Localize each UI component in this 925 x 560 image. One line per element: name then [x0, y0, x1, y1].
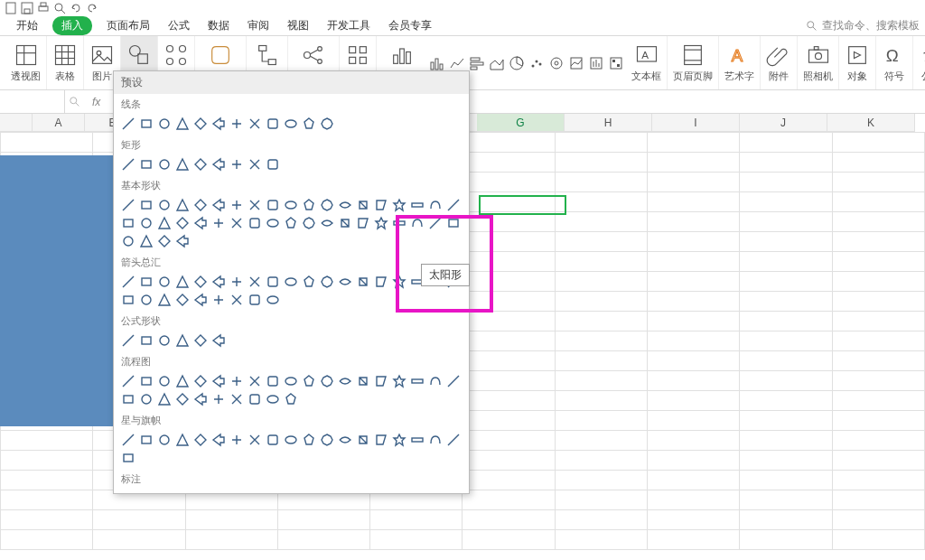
shape-item[interactable]	[372, 196, 390, 214]
shape-item[interactable]	[264, 431, 282, 449]
search-box[interactable]: 查找命令、搜索模板	[806, 18, 920, 33]
ribbon-camera[interactable]: 照相机	[798, 36, 839, 89]
shape-item[interactable]	[155, 196, 173, 214]
shape-item[interactable]	[426, 196, 444, 214]
shape-item[interactable]	[300, 431, 318, 449]
shape-item[interactable]	[137, 196, 155, 214]
shape-item[interactable]	[228, 372, 246, 390]
shape-item[interactable]	[119, 331, 137, 350]
tab-view[interactable]: 视图	[284, 16, 313, 35]
shape-item[interactable]	[264, 115, 282, 133]
shape-item[interactable]	[192, 390, 210, 408]
shape-item[interactable]	[228, 155, 246, 173]
preview-icon[interactable]	[52, 1, 67, 15]
shape-item[interactable]	[426, 214, 444, 232]
shape-item[interactable]	[173, 196, 192, 214]
shape-item[interactable]	[119, 449, 137, 467]
tab-devtools[interactable]: 开发工具	[323, 16, 374, 35]
shape-item[interactable]	[246, 372, 264, 390]
shape-item[interactable]	[372, 372, 390, 390]
shape-item[interactable]	[192, 431, 210, 449]
mini-bar-chart[interactable]	[467, 40, 487, 87]
shape-item[interactable]	[408, 214, 426, 232]
shape-item[interactable]	[246, 115, 264, 133]
shape-item[interactable]	[282, 214, 300, 232]
mini-spark1[interactable]	[566, 40, 586, 87]
shape-item[interactable]	[137, 331, 155, 350]
shape-item[interactable]	[173, 390, 192, 408]
shape-item[interactable]	[246, 196, 264, 214]
shape-item[interactable]	[408, 196, 426, 214]
shape-item[interactable]	[354, 214, 372, 232]
shape-item[interactable]	[408, 372, 426, 390]
corner-cell[interactable]	[0, 114, 33, 132]
shape-item[interactable]	[444, 372, 462, 390]
shape-item[interactable]	[228, 291, 246, 309]
shape-item[interactable]	[300, 214, 318, 232]
shape-item[interactable]	[119, 431, 137, 449]
shape-item[interactable]	[137, 372, 155, 390]
shape-item[interactable]	[173, 372, 192, 390]
shape-item[interactable]	[318, 431, 336, 449]
shape-item[interactable]	[210, 431, 228, 449]
shape-item[interactable]	[228, 214, 246, 232]
shape-item[interactable]	[137, 115, 155, 133]
mini-scatter-chart[interactable]	[527, 40, 547, 87]
shape-item[interactable]	[300, 115, 318, 133]
shape-item[interactable]	[137, 431, 155, 449]
shape-item[interactable]	[444, 196, 462, 214]
shape-item[interactable]	[173, 232, 192, 250]
shape-item[interactable]	[119, 232, 137, 250]
shape-item[interactable]	[155, 155, 173, 173]
col-H[interactable]: H	[565, 114, 652, 132]
col-A[interactable]: A	[33, 114, 85, 132]
shape-item[interactable]	[155, 273, 173, 291]
shape-item[interactable]	[137, 291, 155, 309]
shape-item[interactable]	[444, 214, 462, 232]
col-G[interactable]: G	[477, 114, 565, 132]
shape-item[interactable]	[173, 273, 192, 291]
shape-item[interactable]	[264, 372, 282, 390]
col-K[interactable]: K	[827, 114, 915, 132]
shape-item[interactable]	[318, 273, 336, 291]
shape-item[interactable]	[173, 331, 192, 350]
shape-item[interactable]	[210, 196, 228, 214]
tab-review[interactable]: 审阅	[244, 16, 273, 35]
shape-item[interactable]	[119, 390, 137, 408]
tab-data[interactable]: 数据	[204, 16, 233, 35]
shape-item[interactable]	[155, 232, 173, 250]
shape-item[interactable]	[300, 273, 318, 291]
shape-item[interactable]	[354, 273, 372, 291]
shape-item[interactable]	[192, 214, 210, 232]
shape-item[interactable]	[228, 115, 246, 133]
shape-item[interactable]	[119, 273, 137, 291]
shape-item[interactable]	[119, 214, 137, 232]
shape-item[interactable]	[155, 372, 173, 390]
mini-combo-chart[interactable]	[547, 40, 566, 87]
mini-area-chart[interactable]	[487, 40, 507, 87]
shape-item[interactable]	[192, 115, 210, 133]
shape-item[interactable]	[119, 155, 137, 173]
shape-item[interactable]	[246, 291, 264, 309]
shape-item[interactable]	[210, 214, 228, 232]
shape-item[interactable]	[318, 196, 336, 214]
shape-item[interactable]	[173, 291, 192, 309]
shape-item[interactable]	[210, 273, 228, 291]
shape-item[interactable]	[264, 291, 282, 309]
shape-item[interactable]	[444, 431, 462, 449]
shape-item[interactable]	[426, 372, 444, 390]
shape-item[interactable]	[173, 431, 192, 449]
shape-item[interactable]	[390, 372, 408, 390]
mini-pie-chart[interactable]	[507, 40, 527, 87]
ribbon-headerfooter[interactable]: 页眉页脚	[668, 36, 719, 89]
shape-item[interactable]	[210, 155, 228, 173]
shape-item[interactable]	[192, 273, 210, 291]
col-J[interactable]: J	[740, 114, 827, 132]
shape-item[interactable]	[336, 273, 354, 291]
shape-item[interactable]	[282, 372, 300, 390]
shape-item[interactable]	[119, 372, 137, 390]
shape-item[interactable]	[210, 390, 228, 408]
mini-spark3[interactable]	[606, 40, 626, 87]
shape-item[interactable]	[264, 390, 282, 408]
shape-item[interactable]	[390, 214, 408, 232]
